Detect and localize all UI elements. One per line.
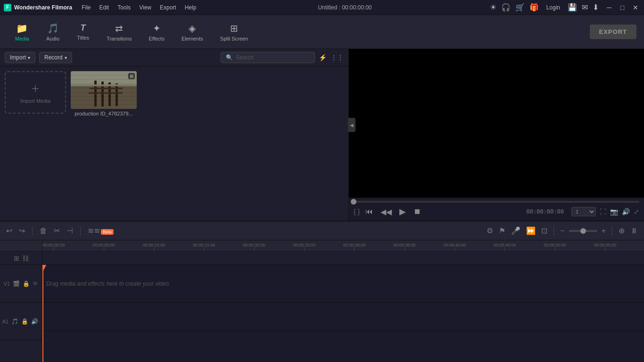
video-track-lock[interactable]: 🔒	[23, 280, 30, 287]
download-icon[interactable]: ⬇	[593, 3, 599, 12]
titlebar-actions: ☀ 🎧 🛒 🎁 Login 💾 ✉ ⬇	[490, 3, 599, 12]
ruler-tick	[254, 247, 255, 251]
zoom-out-icon[interactable]: −	[559, 225, 566, 237]
menu-edit[interactable]: Edit	[95, 3, 113, 12]
play-button[interactable]: ▶	[397, 206, 408, 218]
fit-screen-button[interactable]: ⤢	[634, 208, 639, 215]
save-icon[interactable]: 💾	[568, 3, 577, 12]
playback-rate-select[interactable]: 1/16 1/8 1/4 1/2 1 2	[571, 207, 596, 216]
plus-icon: +	[32, 81, 39, 96]
clip-overlay-icon: ⊞	[128, 73, 135, 79]
export-button[interactable]: EXPORT	[590, 25, 636, 39]
timeline-speed-button[interactable]: ⏩	[525, 225, 537, 237]
video-track-visibility[interactable]: 👁	[33, 280, 38, 287]
video-preview	[71, 71, 137, 109]
video-track-hint: Drag media and effects here to create yo…	[46, 280, 170, 287]
ruler-label: 00:00:35:00	[393, 243, 416, 247]
timeline-toolbar: ↩ ↪ 🗑 ✂ ⊣ ≋≋ Beta ⚙ ⚑ 🎤 ⏩ ⊡ − + ⊕ ⏸	[0, 222, 644, 240]
frame-back-button[interactable]: ◀◀	[379, 206, 394, 217]
timeline-area: ↩ ↪ 🗑 ✂ ⊣ ≋≋ Beta ⚙ ⚑ 🎤 ⏩ ⊡ − + ⊕ ⏸	[0, 221, 644, 362]
maximize-button[interactable]: □	[618, 4, 627, 11]
voiceover-button[interactable]: 🎤	[510, 225, 522, 237]
headphones-icon[interactable]: 🎧	[501, 3, 511, 12]
sun-icon[interactable]: ☀	[490, 3, 496, 12]
svg-rect-7	[90, 88, 123, 89]
progress-thumb[interactable]	[351, 199, 356, 205]
cart-icon[interactable]: 🛒	[515, 3, 525, 12]
ruler-marks-container: 00:00:00:0000:00:05:0000:00:10:0000:00:1…	[42, 240, 644, 251]
tool-effects[interactable]: ✦ Effects	[141, 20, 172, 44]
fullscreen-button[interactable]: ⛶	[600, 208, 606, 215]
record-dropdown[interactable]: Record	[39, 52, 72, 63]
menu-view[interactable]: View	[135, 3, 155, 12]
main-toolbar: 📁 Media 🎵 Audio T Titles ⇄ Transitions ✦…	[0, 15, 644, 49]
menu-export[interactable]: Export	[156, 3, 180, 12]
media-thumbnail[interactable]: ⊞ production ID_4782379...	[71, 71, 137, 116]
step-back-button[interactable]: ⏮	[363, 206, 375, 217]
add-timeline-track-button[interactable]: ⊕	[617, 225, 626, 237]
split-button[interactable]: ⊣	[65, 225, 74, 237]
redo-button[interactable]: ↪	[17, 225, 26, 237]
ruler-mark: 00:00:10:00	[143, 243, 165, 251]
tool-transitions[interactable]: ⇄ Transitions	[99, 20, 139, 44]
ruler-mark: 00:00:35:00	[393, 243, 416, 251]
playhead[interactable]	[42, 265, 43, 362]
delete-button[interactable]: 🗑	[38, 225, 49, 237]
timeline-ruler: 00:00:00:0000:00:05:0000:00:10:0000:00:1…	[42, 240, 644, 252]
svg-rect-2	[71, 85, 137, 109]
video-track-lane[interactable]: Drag media and effects here to create yo…	[42, 265, 644, 303]
transport-bar: { } ⏮ ◀◀ ▶ ⏹ 00:00:00:00 1/16 1/8 1/4 1/…	[354, 206, 639, 218]
ruler-label: 00:00:05:00	[92, 243, 115, 247]
audio-track-lock[interactable]: 🔒	[21, 318, 28, 325]
panel-collapse-arrow[interactable]: ◀	[348, 118, 355, 132]
undo-button[interactable]: ↩	[5, 225, 14, 237]
tool-titles[interactable]: T Titles	[69, 20, 97, 43]
filter-icon[interactable]: ⚡	[319, 54, 327, 61]
audio-track-lane[interactable]	[42, 303, 644, 331]
timeline-crop-button[interactable]: ⊡	[540, 225, 549, 237]
toolbar-separator-1	[32, 226, 33, 236]
ruler-mark: 00:00:20:00	[243, 243, 265, 251]
ruler-label: 00:00:15:00	[193, 243, 215, 247]
video-scene-svg	[71, 71, 137, 109]
audio-track-volume[interactable]: 🔊	[31, 318, 38, 325]
import-dropdown[interactable]: Import	[5, 52, 35, 63]
preview-progress-bar[interactable]	[354, 201, 639, 203]
tool-audio[interactable]: 🎵 Audio	[39, 20, 67, 44]
stop-button[interactable]: ⏹	[412, 206, 423, 217]
end-mark-label: }	[358, 208, 360, 215]
login-button[interactable]: Login	[544, 3, 563, 12]
cut-button[interactable]: ✂	[52, 225, 61, 237]
mail-icon[interactable]: ✉	[582, 3, 588, 12]
transitions-icon: ⇄	[115, 23, 123, 34]
menu-tools[interactable]: Tools	[114, 3, 134, 12]
tool-split-screen[interactable]: ⊞ Split Screen	[213, 20, 256, 44]
menu-file[interactable]: File	[78, 3, 94, 12]
track-navigation: ⊞ ⛓	[0, 252, 42, 265]
tool-media[interactable]: 📁 Media	[8, 20, 37, 44]
grid-view-icon[interactable]: ⋮⋮	[330, 54, 344, 61]
search-box[interactable]: 🔍 Search	[221, 52, 315, 63]
audio-stretch-button[interactable]: ≋≋	[86, 225, 101, 237]
mark-controls: { }	[354, 208, 360, 215]
gift-icon[interactable]: 🎁	[529, 3, 539, 12]
tool-elements[interactable]: ◈ Elements	[174, 20, 211, 44]
timeline-pause-button[interactable]: ⏸	[629, 225, 639, 237]
import-media-tile[interactable]: + Import Media	[5, 71, 66, 114]
minimize-button[interactable]: ─	[604, 4, 614, 11]
volume-button[interactable]: 🔊	[622, 208, 630, 215]
ruler-tick	[405, 247, 405, 251]
zoom-thumb[interactable]	[580, 228, 586, 234]
menu-help[interactable]: Help	[181, 3, 200, 12]
timeline-settings-button[interactable]: ⚙	[485, 225, 495, 237]
audio-detach-button[interactable]: ⚑	[497, 225, 507, 237]
ruler-mark: 00:00:05:00	[92, 243, 115, 251]
link-icon[interactable]: ⛓	[22, 255, 29, 262]
close-button[interactable]: ✕	[631, 4, 640, 11]
start-mark-label: {	[354, 208, 356, 215]
zoom-slider[interactable]	[569, 230, 597, 232]
zoom-in-icon[interactable]: +	[600, 225, 607, 237]
snapshot-button[interactable]: 📷	[610, 208, 618, 215]
media-toolbar: Import Record 🔍 Search ⚡ ⋮⋮	[0, 49, 348, 66]
add-media-to-timeline-icon[interactable]: ⊞	[14, 255, 19, 262]
